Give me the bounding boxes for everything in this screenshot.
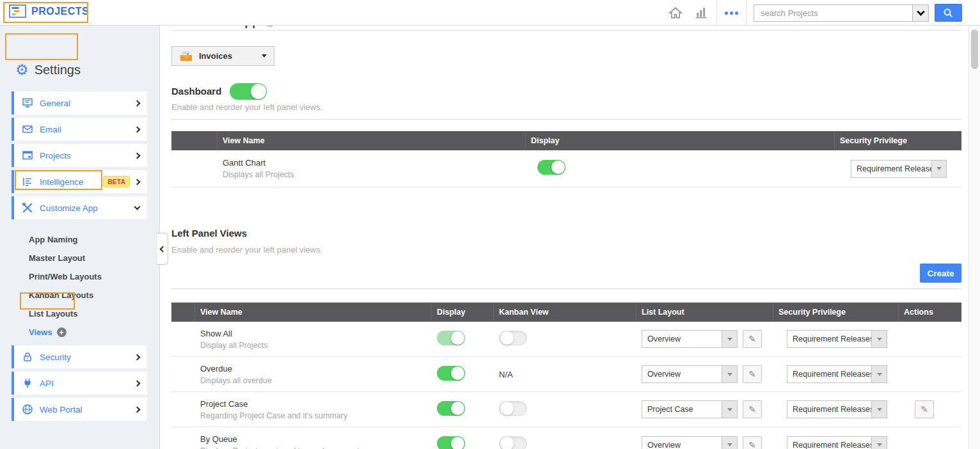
left-panel-views-hint: Enable and reorder your left panel views… [171,246,968,255]
create-view-button[interactable]: Create [920,264,961,283]
submenu-label: Kanban Layouts [29,290,93,300]
scrollbar-thumb[interactable] [971,29,978,69]
security-privilege-value: Requirement Release [851,160,932,178]
sidebar-item-api[interactable]: API [12,372,147,395]
submenu-item-kanban-layouts[interactable]: Kanban Layouts [29,286,147,304]
security-privilege-dropdown[interactable]: Requirement Releases [787,330,899,348]
column-security-privilege: Security Privilege [773,303,899,322]
search-button[interactable] [935,4,962,22]
kanban-toggle[interactable] [499,401,527,416]
column-view-name: View Name [217,131,526,150]
chevron-right-icon [134,126,141,132]
submenu-label: Master Layout [29,253,85,263]
kanban-toggle[interactable] [499,436,527,449]
sidebar-item-general[interactable]: General [12,91,147,114]
security-privilege-value: Requirement Releases [787,365,872,383]
list-layout-dropdown[interactable]: Overview [642,436,738,449]
view-name: Gantt Chart [223,158,526,168]
sidebar-item-label: General [40,98,135,108]
home-icon[interactable] [668,6,683,19]
search-input[interactable] [754,4,912,22]
submenu-item-list-layouts[interactable]: List Layouts [29,304,147,323]
table-row: By Queue Displays Projects assigned to e… [171,427,961,449]
sidebar-item-label: API [40,379,135,388]
list-layout-value: Overview [642,365,722,383]
search-icon [943,8,954,19]
column-display: Display [432,303,494,322]
clipped-page-heading: Customize App [171,26,961,30]
submenu-label: App Naming [29,235,78,244]
list-layout-dropdown[interactable]: Overview [642,330,738,348]
help-icon [265,26,275,27]
module-selector-button[interactable]: $ Invoices [171,46,274,66]
view-description: Regarding Project Case and it's summary [200,411,432,420]
chevron-right-icon [134,152,141,159]
app-logo[interactable]: PROJECTS [9,4,89,18]
settings-sidebar: ⚙ Settings General Ema [0,26,160,449]
sidebar-collapse-handle[interactable] [156,233,168,265]
caret-down-icon [872,436,887,449]
display-toggle[interactable] [437,331,465,345]
security-privilege-dropdown[interactable]: Requirement Releases [787,365,899,383]
submenu-item-app-naming[interactable]: App Naming [29,230,147,249]
bar-chart-icon[interactable] [695,6,709,19]
list-layout-dropdown[interactable]: Project Case [642,400,738,418]
sidebar-item-customize-app[interactable]: Customize App [12,196,147,219]
drag-handle-column [171,131,217,150]
sidebar-item-email[interactable]: Email [12,118,147,141]
dashboard-toggle[interactable] [230,83,267,100]
kanban-toggle[interactable] [499,331,527,345]
list-layout-value: Overview [642,436,722,449]
submenu-item-print-web-layouts[interactable]: Print/Web Layouts [29,267,147,286]
more-menu-icon[interactable] [716,0,747,26]
add-view-icon[interactable]: + [57,327,67,337]
kanban-not-applicable: N/A [494,370,513,379]
plug-icon [22,377,33,389]
chevron-right-icon [134,380,141,386]
caret-down-icon [722,365,738,383]
left-panel-views-table: View Name Display Kanban View List Layou… [171,303,968,449]
edit-list-layout-button[interactable]: ✎ [743,330,762,348]
topbar: PROJECTS [0,0,980,26]
chevron-right-icon [134,354,141,360]
sidebar-item-web-portal[interactable]: Web Portal [12,398,147,421]
edit-list-layout-button[interactable]: ✎ [743,365,762,383]
edit-list-layout-button[interactable]: ✎ [743,436,762,449]
list-layout-dropdown[interactable]: Overview [642,365,738,383]
module-selector-label: Invoices [199,51,256,61]
search-scope-dropdown-button[interactable] [912,4,929,22]
left-panel-views-title: Left Panel Views [171,228,968,240]
column-kanban-view: Kanban View [494,303,636,322]
column-display: Display [526,131,835,150]
sidebar-item-projects[interactable]: Projects [12,144,147,167]
sidebar-item-intelligence[interactable]: Intelligence BETA [12,170,147,193]
page-title: Customize App [171,26,260,29]
sidebar-item-security[interactable]: Security [12,345,147,368]
caret-down-icon [722,400,738,418]
caret-down-icon [722,436,738,449]
display-toggle[interactable] [437,436,465,449]
view-name: By Queue [200,434,432,444]
security-privilege-dropdown[interactable]: Requirement Releases [787,400,899,418]
edit-list-layout-button[interactable]: ✎ [743,400,762,418]
dashboard-label: Dashboard [171,86,221,97]
sidebar-item-label: Intelligence [40,177,103,187]
sidebar-item-label: Email [40,125,135,134]
display-toggle[interactable] [437,366,465,381]
security-privilege-value: Requirement Releases [787,330,872,348]
edit-view-button[interactable]: ✎ [915,400,934,418]
create-row: Create [171,264,961,283]
column-security-privilege: Security Privilege [835,131,961,150]
settings-title: Settings [35,63,81,77]
submenu-item-views[interactable]: Views + [29,323,147,342]
main-content: Customize App $ Invoices Dashboard Enabl… [160,26,968,449]
display-toggle[interactable] [537,160,565,175]
submenu-item-master-layout[interactable]: Master Layout [29,249,147,267]
security-privilege-dropdown[interactable]: Requirement Release [851,160,961,178]
gear-icon: ⚙ [15,63,29,77]
globe-icon [22,404,33,415]
display-toggle[interactable] [437,401,465,416]
app-window: PROJECTS ⚙ Settings [0,0,980,449]
caret-down-icon [872,365,887,383]
security-privilege-dropdown[interactable]: Requirement Releases [787,436,899,449]
